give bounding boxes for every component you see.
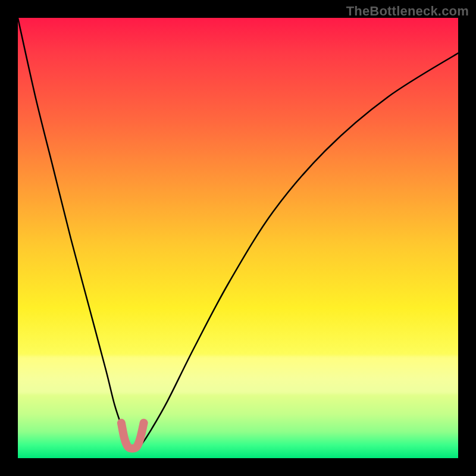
- bottom-red-marker: [121, 423, 144, 449]
- curve-svg: [18, 18, 458, 458]
- bottleneck-curve: [18, 18, 458, 450]
- watermark-text: TheBottleneck.com: [346, 4, 469, 19]
- chart-stage: TheBottleneck.com: [0, 0, 476, 476]
- plot-area: [18, 18, 458, 458]
